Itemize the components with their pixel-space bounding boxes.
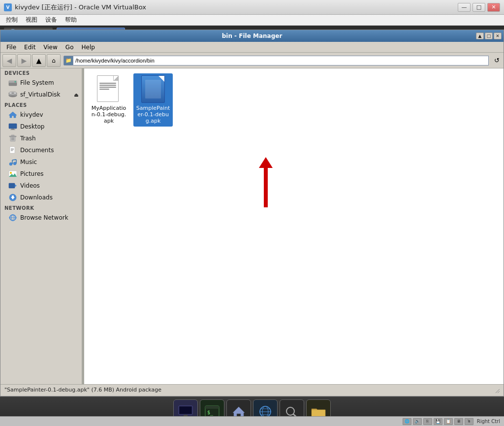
filemanager-window: bin - File Manager ▲ □ ✕ File Edit View … — [0, 30, 504, 396]
up-button[interactable]: ▲ — [32, 54, 46, 67]
vbox-titlebar: V kivydev [正在运行] - Oracle VM VirtualBox … — [0, 0, 504, 15]
vbox-menu-help[interactable]: 帮助 — [61, 15, 81, 25]
statusbar-text: "SamplePainter-0.1-debug.apk" (7.6 MB) A… — [4, 387, 161, 393]
vbox-menu-control[interactable]: 控制 — [2, 15, 22, 25]
vbox-maximize-button[interactable]: □ — [472, 3, 485, 12]
sidebar-item-trash[interactable]: Trash — [0, 132, 84, 144]
svg-rect-33 — [12, 196, 14, 197]
status-icon-usb[interactable]: ⎘ — [423, 418, 432, 425]
statusbar-grip — [494, 387, 500, 393]
svg-marker-45 — [233, 407, 245, 417]
filesystem-label: File System — [20, 79, 54, 86]
addressbar: 📁 — [63, 55, 489, 66]
svg-rect-43 — [205, 406, 219, 409]
status-icon-audio[interactable]: 🔊 — [413, 418, 422, 425]
sidebar-item-home[interactable]: kivydev — [0, 109, 84, 121]
vbox-close-button[interactable]: ✕ — [487, 3, 500, 12]
pictures-icon — [8, 169, 17, 178]
filesystem-icon — [8, 78, 17, 87]
vbox-icon: V — [4, 3, 12, 11]
desktop-label: Desktop — [20, 123, 45, 130]
file-samplepainter-label: SamplePainter-0.1-debug.apk — [135, 105, 171, 125]
arrow-indicator — [259, 157, 273, 207]
sidebar-item-documents[interactable]: Documents — [0, 144, 84, 156]
sidebar-item-filesystem[interactable]: File System — [0, 77, 84, 89]
vbox-menubar: 控制 视图 设备 帮助 — [0, 15, 504, 26]
arrow-shaft — [264, 168, 268, 207]
fm-menu-edit[interactable]: Edit — [20, 43, 39, 52]
places-header: PLACES — [0, 100, 84, 109]
desktop-place-icon — [8, 122, 17, 131]
downloads-label: Downloads — [20, 194, 53, 201]
address-icon: 📁 — [63, 56, 73, 66]
svg-rect-8 — [9, 124, 17, 129]
sidebar-item-vdisk[interactable]: sf_VirtualDisk ⏏ — [0, 89, 84, 100]
status-icon-mouse[interactable]: 🖱 — [465, 418, 473, 425]
fm-title: bin - File Manager — [222, 33, 283, 39]
status-icon-network[interactable]: 🌐 — [403, 418, 411, 425]
videos-icon — [8, 181, 17, 190]
fm-main: DEVICES File System — [0, 68, 504, 384]
refresh-button[interactable]: ↺ — [492, 56, 502, 66]
sidebar-item-downloads[interactable]: Downloads — [0, 192, 84, 203]
home-label: kivydev — [20, 111, 43, 118]
svg-rect-12 — [9, 136, 16, 137]
fm-minimize-button[interactable]: ▲ — [476, 33, 484, 39]
back-button[interactable]: ◀ — [2, 54, 16, 67]
address-input[interactable] — [73, 56, 489, 66]
devices-header: DEVICES — [0, 68, 84, 77]
vbox-window-controls: — □ ✕ — [458, 3, 500, 12]
fm-window-controls: ▲ □ ✕ — [476, 33, 502, 39]
status-icon-disk[interactable]: 💾 — [434, 418, 442, 425]
sidebar-item-desktop[interactable]: Desktop — [0, 121, 84, 132]
svg-point-27 — [10, 172, 12, 174]
fm-close-button[interactable]: ✕ — [494, 33, 502, 39]
svg-rect-10 — [10, 130, 15, 130]
file-samplepainter[interactable]: SamplePainter-0.1-debug.apk — [133, 73, 173, 127]
fm-statusbar: "SamplePainter-0.1-debug.apk" (7.6 MB) A… — [0, 384, 504, 395]
pictures-label: Pictures — [20, 170, 44, 177]
fm-maximize-button[interactable]: □ — [485, 33, 493, 39]
svg-line-25 — [12, 160, 16, 160]
browse-network-label: Browse Network — [20, 214, 68, 221]
fm-menu-help[interactable]: Help — [77, 43, 98, 52]
vbox-menu-view[interactable]: 视图 — [22, 15, 41, 25]
vbox-status-bar: 🌐 🔊 ⎘ 💾 📋 🖥 🖱 Right Ctrl — [0, 416, 504, 426]
fm-menu-go[interactable]: Go — [62, 43, 78, 52]
vbox-minimize-button[interactable]: — — [458, 3, 471, 12]
file-myapplication-label: MyApplication-0.1-debug.apk — [91, 105, 126, 125]
sidebar-item-music[interactable]: Music — [0, 156, 84, 168]
svg-rect-53 — [312, 410, 325, 417]
fm-filearea[interactable]: MyApplication-0.1-debug.apk SamplePainte… — [84, 68, 504, 384]
sidebar-item-pictures[interactable]: Pictures — [0, 168, 84, 180]
svg-point-6 — [11, 93, 14, 94]
home-button[interactable]: ⌂ — [47, 54, 61, 67]
fm-titlebar: bin - File Manager ▲ □ ✕ — [0, 30, 504, 42]
svg-line-36 — [496, 389, 500, 393]
fm-menu-view[interactable]: View — [39, 43, 61, 52]
svg-rect-9 — [11, 129, 14, 130]
network-header: NETWORK — [0, 203, 84, 212]
arrow-head — [259, 157, 273, 168]
status-icon-clipboard[interactable]: 📋 — [444, 418, 453, 425]
file-myapplication[interactable]: MyApplication-0.1-debug.apk — [89, 73, 128, 127]
eject-button[interactable]: ⏏ — [73, 91, 80, 98]
forward-button[interactable]: ▶ — [17, 54, 31, 67]
svg-text:$_: $_ — [207, 410, 214, 416]
svg-point-2 — [15, 81, 16, 83]
svg-marker-7 — [9, 112, 17, 118]
sidebar-resize-handle[interactable] — [82, 68, 84, 384]
trash-label: Trash — [20, 135, 36, 142]
fm-toolbar: ◀ ▶ ▲ ⌂ 📁 ↺ — [0, 53, 504, 68]
documents-label: Documents — [20, 147, 54, 154]
sidebar-item-videos[interactable]: Videos — [0, 180, 84, 192]
sidebar-item-browse-network[interactable]: Browse Network — [0, 212, 84, 224]
vbox-menu-devices[interactable]: 设备 — [41, 15, 61, 25]
videos-label: Videos — [20, 182, 40, 189]
fm-menu-file[interactable]: File — [2, 43, 20, 52]
file-apk-icon — [141, 75, 165, 103]
home-place-icon — [8, 110, 17, 119]
status-icon-display[interactable]: 🖥 — [454, 418, 463, 425]
svg-point-21 — [9, 163, 12, 165]
svg-marker-30 — [15, 184, 17, 187]
